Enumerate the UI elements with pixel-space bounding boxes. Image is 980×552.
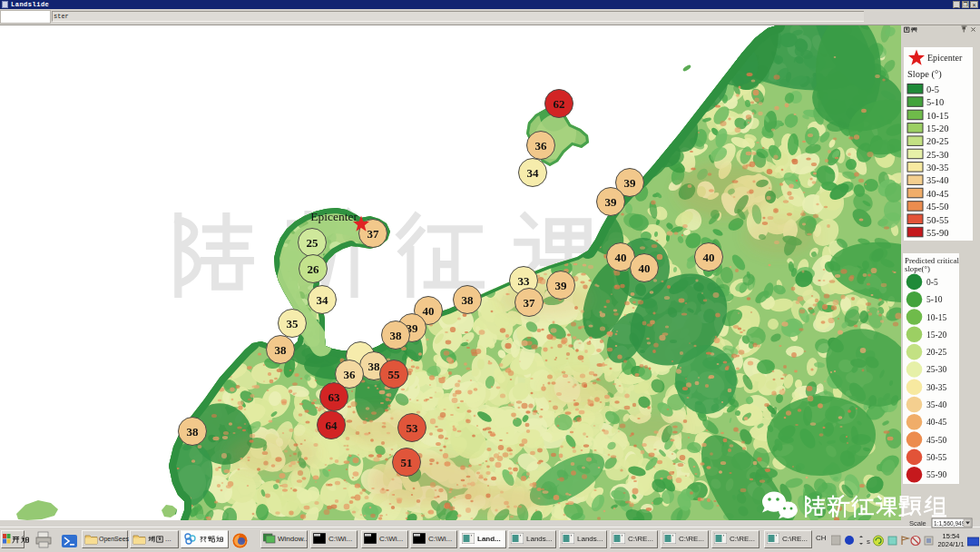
svg-text:10-15: 10-15 xyxy=(926,111,949,121)
svg-text:64: 64 xyxy=(326,419,338,432)
svg-text:40: 40 xyxy=(703,251,715,264)
svg-text:45-50: 45-50 xyxy=(926,202,949,212)
svg-text:45-50: 45-50 xyxy=(926,436,946,445)
svg-text:Scale: Scale xyxy=(909,519,926,527)
svg-text:5-10: 5-10 xyxy=(926,97,944,107)
svg-text:33: 33 xyxy=(518,274,531,288)
svg-text:55-90: 55-90 xyxy=(926,470,946,479)
svg-text:25: 25 xyxy=(307,236,319,250)
svg-text:36: 36 xyxy=(344,368,357,381)
svg-text:20-25: 20-25 xyxy=(926,348,946,357)
svg-text:0-5: 0-5 xyxy=(926,278,938,287)
svg-text:37: 37 xyxy=(368,227,380,241)
svg-text:55-90: 55-90 xyxy=(926,228,949,238)
svg-text:10-15: 10-15 xyxy=(926,313,946,322)
svg-text:Epicenter: Epicenter xyxy=(310,210,358,223)
svg-text:38: 38 xyxy=(462,293,475,307)
svg-text:35-40: 35-40 xyxy=(926,175,949,185)
svg-text:Epicenter: Epicenter xyxy=(927,53,963,63)
svg-text:38: 38 xyxy=(275,343,288,357)
svg-text:slope(°): slope(°) xyxy=(905,264,930,273)
svg-text:51: 51 xyxy=(401,456,413,469)
svg-text:35-40: 35-40 xyxy=(926,400,946,409)
svg-text:39: 39 xyxy=(605,195,618,209)
svg-text:25-30: 25-30 xyxy=(926,150,949,160)
svg-text:55: 55 xyxy=(388,368,401,381)
svg-text:35: 35 xyxy=(287,317,299,330)
svg-text:5-10: 5-10 xyxy=(926,295,943,304)
svg-text:15-20: 15-20 xyxy=(926,330,946,340)
svg-text:36: 36 xyxy=(535,139,548,153)
svg-text:50-55: 50-55 xyxy=(926,215,949,225)
svg-text:63: 63 xyxy=(328,390,341,404)
svg-text:25-30: 25-30 xyxy=(926,365,946,374)
svg-text:40-45: 40-45 xyxy=(926,418,946,427)
svg-text:38: 38 xyxy=(390,329,403,342)
svg-text:38: 38 xyxy=(368,360,381,373)
svg-text:34: 34 xyxy=(317,293,329,307)
svg-text:40: 40 xyxy=(639,261,651,275)
svg-text:34: 34 xyxy=(527,166,540,180)
svg-text:30-35: 30-35 xyxy=(926,163,949,172)
svg-text:15-20: 15-20 xyxy=(926,123,949,133)
svg-text:26: 26 xyxy=(308,262,320,276)
svg-text:39: 39 xyxy=(624,176,637,190)
svg-text:1:1,560,949: 1:1,560,949 xyxy=(934,520,965,527)
svg-text:Slope (°): Slope (°) xyxy=(907,69,942,80)
svg-text:50-55: 50-55 xyxy=(926,453,946,462)
svg-text:39: 39 xyxy=(555,279,568,292)
svg-text:s: s xyxy=(867,537,870,546)
svg-text:38: 38 xyxy=(187,425,200,439)
svg-text:40: 40 xyxy=(423,304,435,318)
svg-text:40: 40 xyxy=(615,251,627,264)
svg-text:62: 62 xyxy=(554,97,565,111)
svg-text:37: 37 xyxy=(524,296,536,310)
svg-text:53: 53 xyxy=(407,421,419,435)
svg-text:40-45: 40-45 xyxy=(926,189,949,199)
svg-text:0-5: 0-5 xyxy=(926,84,939,94)
svg-text:20-25: 20-25 xyxy=(926,136,949,146)
svg-text:30-35: 30-35 xyxy=(926,383,946,392)
